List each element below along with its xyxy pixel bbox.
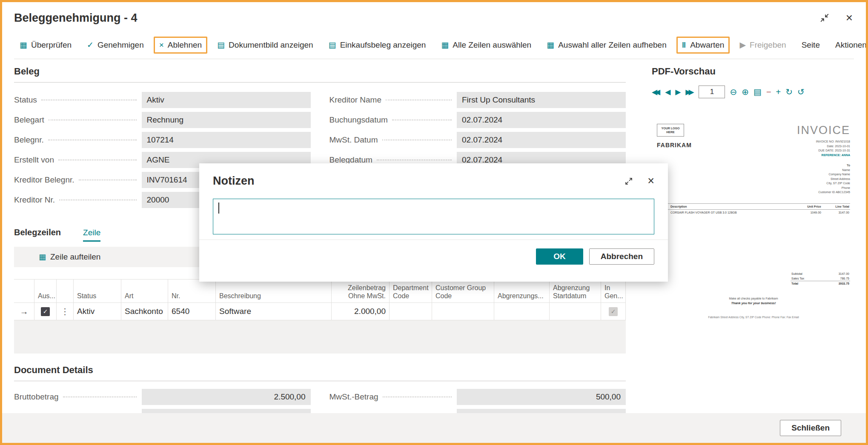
clear-selection-button[interactable]: ▦ Auswahl aller Zeilen aufheben (541, 37, 672, 54)
review-button[interactable]: ▦ Überprüfen (14, 37, 77, 54)
col-abgrenzungs[interactable]: Abgrenzungs... (494, 280, 550, 302)
plus-icon[interactable]: + (776, 88, 781, 96)
show-purchase-document-button[interactable]: ▤ Einkaufsbeleg anzeigen (323, 37, 432, 54)
col-beschreibung[interactable]: Beschreibung (216, 280, 332, 302)
invoice-footer: Fabrikam Street Address City, ST ZIP Cod… (657, 316, 850, 319)
mwst-datum-field: MwSt. Datum 02.07.2024 (329, 132, 626, 148)
previous-page-icon[interactable]: ◀ (665, 88, 670, 96)
dotted-leader (79, 180, 137, 180)
logo-placeholder: YOUR LOGO HERE (657, 124, 684, 137)
split-line-label: Zeile aufteilen (50, 252, 100, 262)
cell-nr[interactable]: 6540 (168, 303, 216, 320)
belegnr-field: Belegnr. 107214 (14, 132, 311, 148)
col-customer-group-code[interactable]: Customer Group Code (432, 280, 494, 302)
fit-page-icon[interactable]: ▤ (753, 88, 762, 96)
col-status[interactable]: Status (74, 280, 121, 302)
mwst-datum-label: MwSt. Datum (329, 135, 378, 145)
select-all-lines-button[interactable]: ▦ Alle Zeilen auswählen (435, 37, 537, 54)
expand-dialog-icon[interactable] (625, 177, 633, 185)
belegnr-value[interactable]: 107214 (142, 132, 311, 148)
col-abgrenzung-startdatum[interactable]: Abgrenzung Startdatum (550, 280, 601, 302)
item-unit-price: 1049.00 (795, 211, 821, 214)
cell-art: Sachkonto (121, 303, 168, 320)
mwst-betrag-label: MwSt.-Betrag (329, 392, 378, 402)
zoom-in-icon[interactable]: ⊕ (742, 88, 749, 96)
col-art[interactable]: Art (121, 280, 168, 302)
mwst-betrag-value[interactable]: 500,00 (457, 389, 626, 405)
actions-menu-button[interactable]: Aktionen ∨ (830, 37, 868, 54)
col-zeilenbetrag[interactable]: Zeilenbetrag Ohne MwSt. (332, 280, 390, 302)
show-purchase-document-label: Einkaufsbeleg anzeigen (340, 40, 426, 50)
col-nr[interactable]: Nr. (168, 280, 216, 302)
mwst-betrag-field: MwSt.-Betrag 500,00 (329, 389, 626, 405)
to-phone: Phone (797, 186, 850, 191)
approval-window: Beleggenehmigung - 4 × ▦ Überprüfen ✓ Ge… (0, 0, 868, 445)
page-number-input[interactable] (699, 86, 725, 98)
zoom-out-icon[interactable]: ⊖ (730, 88, 737, 96)
status-field: Status Aktiv (14, 92, 311, 108)
dotted-leader (49, 120, 137, 120)
cancel-button[interactable]: Abbrechen (589, 248, 654, 265)
invoice-reference: REFERENCE: ANNA (797, 153, 850, 158)
document-icon: ▤ (217, 41, 225, 49)
show-document-image-button[interactable]: ▤ Dokumentbild anzeigen (212, 37, 319, 54)
kreditor-name-value[interactable]: First Up Consultants (457, 92, 626, 108)
invoice-title: INVOICE (797, 124, 850, 137)
dotted-leader (41, 100, 137, 100)
buchungsdatum-value[interactable]: 02.07.2024 (457, 112, 626, 128)
invoice-date: Date: 2023-10-01 (797, 144, 850, 149)
refresh-icon[interactable]: ↻ (785, 88, 793, 96)
tab-zeile[interactable]: Zeile (83, 228, 100, 242)
show-document-image-label: Dokumentbild anzeigen (229, 40, 313, 50)
check-icon: ✓ (611, 308, 616, 315)
reject-button[interactable]: × Ablehnen (154, 37, 207, 54)
approve-button[interactable]: ✓ Genehmigen (81, 37, 149, 54)
restore-window-icon[interactable] (819, 12, 830, 23)
cell-customer-group-code (432, 303, 494, 320)
col-in-gen[interactable]: In Gen... (601, 280, 626, 302)
in-gen-checkbox: ✓ (609, 307, 618, 316)
minus-icon[interactable]: − (766, 88, 771, 96)
play-icon: ▶ (739, 41, 746, 49)
invoice-header: YOUR LOGO HERE FABRIKAM INVOICE INVOICE … (657, 124, 850, 195)
split-line-icon: ▦ (39, 253, 46, 261)
bruttobetrag-label: Bruttobetrag (14, 392, 59, 402)
to-street: Street Address (797, 177, 850, 182)
wait-button[interactable]: ‖ Abwarten (676, 37, 730, 54)
close-button[interactable]: Schließen (780, 420, 841, 436)
to-city: City, ST ZIP Code (797, 181, 850, 186)
notes-textarea[interactable] (213, 199, 654, 234)
next-page-icon[interactable]: ▶ (675, 88, 681, 96)
last-page-icon[interactable]: ▶▶ (685, 88, 694, 96)
row-checkbox[interactable]: ✓ (41, 307, 50, 316)
kreditor-name-label: Kreditor Name (329, 95, 382, 105)
col-aus[interactable]: Aus... (34, 280, 57, 302)
split-line-button[interactable]: ▦ Zeile aufteilen (39, 252, 100, 262)
row-menu-icon[interactable]: ⋮ (61, 306, 69, 317)
document-icon: ▤ (329, 41, 336, 49)
status-value[interactable]: Aktiv (142, 92, 311, 108)
col-department-code[interactable]: Department Code (390, 280, 432, 302)
cell-zeilenbetrag: 2.000,00 (332, 303, 390, 320)
line-total-header: Line Total (823, 205, 849, 208)
bruttobetrag-field: Bruttobetrag 2.500,00 (14, 389, 311, 405)
to-label: To (797, 163, 850, 168)
belegart-value[interactable]: Rechnung (142, 112, 311, 128)
first-page-icon[interactable]: ◀◀ (652, 88, 660, 96)
close-window-icon[interactable]: × (844, 12, 855, 23)
invoice-recipient: To Name Company Name Street Address City… (797, 163, 850, 195)
sales-tax-label: Sales Tax (791, 277, 804, 280)
table-row[interactable]: → ✓ ⋮ Aktiv Sachkonto 6540 Software 2.00… (14, 302, 626, 320)
mwst-datum-value[interactable]: 02.07.2024 (457, 132, 626, 148)
page-title: Beleggenehmigung - 4 (14, 11, 138, 25)
close-dialog-icon[interactable]: × (647, 175, 654, 187)
cell-status: Aktiv (74, 303, 121, 320)
actions-menu-label: Aktionen (835, 40, 867, 50)
review-label: Überprüfen (31, 40, 72, 50)
page-menu-button[interactable]: Seite (796, 37, 825, 54)
bruttobetrag-value[interactable]: 2.500,00 (142, 389, 311, 405)
dialog-divider (199, 240, 668, 240)
invoice-item-row: 3 CORSAIR FLASH VOYAGER GT USB 3.0 128GB… (657, 210, 850, 215)
reset-icon[interactable]: ↺ (797, 88, 805, 96)
ok-button[interactable]: OK (536, 248, 583, 265)
